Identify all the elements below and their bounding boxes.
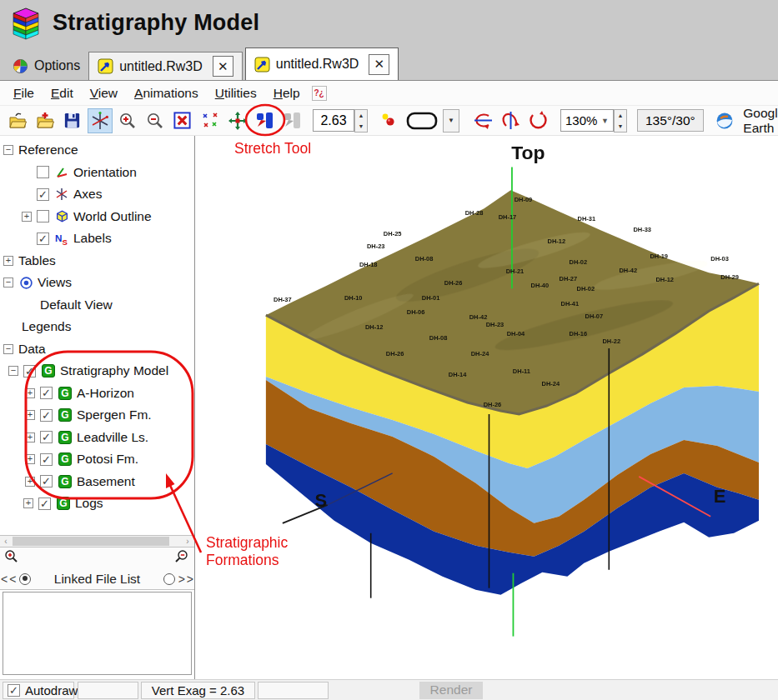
zoom-percent-combo[interactable]: 130% ▼ (560, 109, 614, 132)
shrink-tool-button[interactable] (280, 108, 305, 133)
linked-list-radio-on[interactable] (19, 573, 31, 585)
tree-horizontal-scrollbar[interactable]: ‹ › (0, 536, 194, 548)
tree-item-a-horizon[interactable]: +✓GA-Horizon (0, 382, 194, 405)
center-model-button[interactable] (225, 108, 250, 133)
expand-icon[interactable]: + (25, 410, 35, 420)
borehole-label: DH-07 (585, 312, 604, 320)
stretch-tool-button[interactable] (253, 108, 278, 133)
collapse-icon[interactable]: − (3, 145, 13, 155)
step-back-icon[interactable]: < (0, 572, 8, 586)
checkbox-stratigraphy-model[interactable]: ✓ (23, 365, 36, 378)
collapse-icon[interactable]: − (3, 278, 13, 288)
zoom-in-button[interactable] (115, 108, 140, 133)
spin-up-icon[interactable]: ▲ (615, 110, 626, 121)
checkbox-axes[interactable]: ✓ (37, 188, 49, 201)
step-forward-icon[interactable]: > (186, 572, 194, 586)
checkbox-logs[interactable]: ✓ (38, 498, 51, 510)
borehole-label: DH-42 (619, 267, 637, 274)
tree-item-potosi-fm[interactable]: +✓GPotosi Fm. (0, 448, 194, 471)
scrollbar-thumb[interactable] (13, 537, 169, 546)
tree-item-views[interactable]: −Views (0, 272, 194, 294)
menu-item-help[interactable]: Help (265, 82, 309, 104)
borehole-label: DH-33 (633, 226, 651, 233)
viewport-3d[interactable]: Top S E DH-28DH-09DH-25DH-31DH-17DH-33DH… (195, 136, 778, 679)
linked-file-list[interactable] (3, 592, 192, 675)
expand-icon[interactable]: + (23, 498, 33, 508)
zoom-extents-button[interactable] (198, 108, 223, 133)
show-axes-button[interactable] (88, 108, 113, 133)
checkbox-labels[interactable]: ✓ (37, 232, 49, 245)
google-earth-icon[interactable] (712, 108, 737, 133)
open-file-button[interactable] (5, 108, 30, 133)
checkbox-spergen-fm[interactable]: ✓ (40, 409, 53, 422)
checkbox-orientation[interactable] (37, 166, 49, 178)
tree-item-spergen-fm[interactable]: +✓GSpergen Fm. (0, 404, 194, 427)
help-quick-icon[interactable]: ?¿ (312, 86, 327, 101)
autodraw-checkbox[interactable]: ✓ (8, 684, 20, 697)
append-file-button[interactable] (33, 108, 58, 133)
tab-untitled-rw3d-1[interactable]: untitled.Rw3D ✕ (88, 52, 243, 80)
menu-item-animations[interactable]: Animations (126, 82, 207, 104)
tree-item-legends[interactable]: Legends (0, 316, 194, 338)
tab-close-icon[interactable]: ✕ (213, 56, 233, 77)
expand-icon[interactable]: + (25, 477, 35, 487)
tab-close-icon[interactable]: ✕ (369, 54, 389, 75)
spin-down-icon[interactable]: ▼ (615, 121, 626, 132)
zoom-percent-stepper[interactable]: ▲▼ (614, 109, 627, 132)
spin-up-icon[interactable]: ▲ (355, 110, 367, 121)
vert-exag-input[interactable]: 2.63 (313, 109, 354, 132)
vert-exag-stepper[interactable]: ▲▼ (354, 109, 368, 132)
borehole-label: DH-14 (449, 371, 467, 378)
tab-options[interactable]: Options (4, 52, 88, 80)
expand-icon[interactable]: + (25, 432, 35, 442)
menu-item-edit[interactable]: Edit (43, 82, 82, 104)
checkbox-potosi-fm[interactable]: ✓ (40, 453, 53, 466)
expand-icon[interactable]: + (22, 212, 32, 222)
expand-icon[interactable]: + (3, 256, 13, 266)
perimeter-dropdown[interactable]: ▼ (443, 109, 459, 132)
tree-item-data[interactable]: −Data (0, 338, 194, 361)
spin-down-icon[interactable]: ▼ (355, 121, 367, 132)
collapse-icon[interactable]: − (8, 366, 18, 376)
tree-item-leadville-ls[interactable]: +✓GLeadville Ls. (0, 427, 194, 449)
scroll-left-icon[interactable]: ‹ (0, 536, 12, 547)
tree-item-world-outline[interactable]: +World Outline (0, 206, 194, 228)
render-button[interactable]: Render (419, 682, 483, 699)
collapse-icon[interactable]: − (3, 344, 13, 354)
menu-item-view[interactable]: View (82, 82, 126, 104)
tree-item-basement[interactable]: +✓GBasement (0, 471, 194, 493)
zoom-out-button[interactable] (143, 108, 168, 133)
menu-item-utilities[interactable]: Utilities (207, 82, 265, 104)
scroll-right-icon[interactable]: › (182, 536, 193, 547)
linked-list-radio-off[interactable] (163, 573, 175, 585)
checkbox-world-outline[interactable] (37, 210, 49, 222)
step-forward-icon[interactable]: > (178, 572, 186, 586)
tree-item-reference[interactable]: −Reference (0, 139, 194, 162)
save-button[interactable] (60, 108, 85, 133)
reset-view-button[interactable] (170, 108, 195, 133)
tab-untitled-rw3d-2[interactable]: untitled.Rw3D ✕ (245, 48, 399, 80)
rotate-ns-button[interactable] (471, 108, 496, 133)
zoom-in-small-icon[interactable] (3, 549, 20, 566)
step-back-icon[interactable]: < (8, 572, 17, 586)
tree-item-axes[interactable]: ✓Axes (0, 183, 194, 206)
zoom-out-small-icon[interactable] (173, 549, 189, 566)
checkbox-leadville-ls[interactable]: ✓ (40, 431, 53, 443)
tree-item-default-view[interactable]: Default View (0, 294, 194, 317)
expand-icon[interactable]: + (25, 454, 35, 464)
menu-item-file[interactable]: File (5, 82, 43, 104)
rotate-ew-button[interactable] (499, 108, 524, 133)
perimeter-button[interactable] (404, 108, 440, 133)
lighting-button[interactable] (376, 108, 401, 133)
tree-item-orientation[interactable]: Orientation (0, 162, 194, 184)
tree-item-logs[interactable]: +✓GLogs (0, 492, 194, 515)
google-earth-label[interactable]: Google Earth (743, 106, 778, 136)
checkbox-a-horizon[interactable]: ✓ (40, 387, 53, 399)
checkbox-basement[interactable]: ✓ (40, 475, 53, 488)
expand-icon[interactable]: + (25, 388, 35, 398)
rotate-view-button[interactable] (526, 108, 551, 133)
tree-item-labels[interactable]: ✓NSLabels (0, 228, 194, 250)
tree-item-tables[interactable]: +Tables (0, 250, 194, 272)
view-angle-button[interactable]: 135°/30° (637, 109, 704, 132)
tree-item-stratigraphy-model[interactable]: −✓GStratigraphy Model (0, 360, 194, 382)
